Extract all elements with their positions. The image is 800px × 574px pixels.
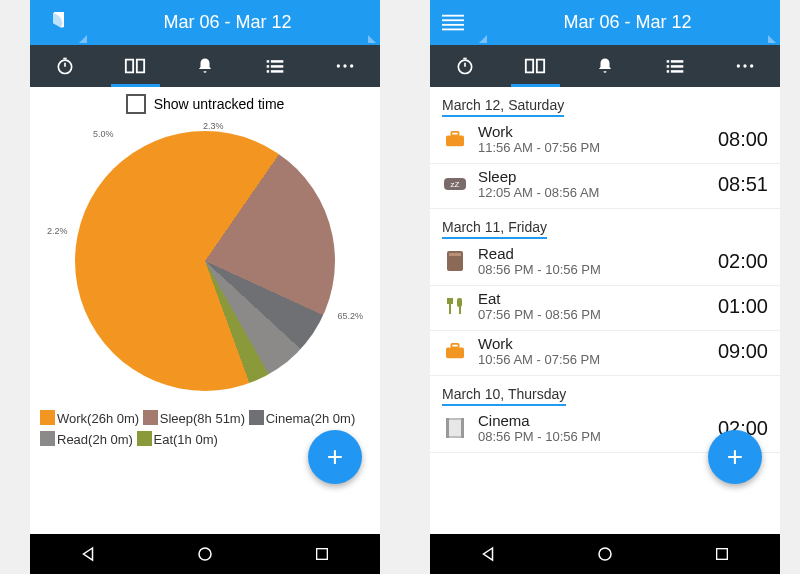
recent-icon[interactable] [312, 544, 332, 564]
svg-rect-45 [446, 418, 449, 438]
entry-title: Work [478, 335, 718, 352]
svg-point-0 [58, 60, 71, 73]
svg-point-11 [350, 64, 353, 67]
tab-more[interactable] [710, 45, 780, 87]
back-icon[interactable] [478, 544, 498, 564]
home-icon[interactable] [195, 544, 215, 564]
svg-rect-4 [271, 60, 284, 63]
back-icon[interactable] [78, 544, 98, 564]
checkbox-icon[interactable] [126, 94, 146, 114]
svg-point-47 [599, 548, 611, 560]
legend-swatch [143, 410, 158, 425]
day-header: March 11, Friday [442, 219, 547, 239]
svg-rect-35 [449, 253, 461, 256]
tab-list[interactable] [240, 45, 310, 87]
legend-label: Work(26h 0m) [57, 411, 139, 426]
menu-icon[interactable] [430, 0, 475, 45]
tab-timer[interactable] [430, 45, 500, 87]
svg-rect-17 [442, 28, 464, 30]
svg-point-27 [737, 64, 740, 67]
pie-tab-icon[interactable] [30, 0, 75, 45]
topbar: Mar 06 - Mar 12 [430, 0, 780, 45]
entry-title: Sleep [478, 168, 718, 185]
sleep-icon: zZ [442, 173, 468, 195]
entry-range: 12:05 AM - 08:56 AM [478, 185, 718, 200]
entry-row[interactable]: Work10:56 AM - 07:56 PM09:00 [430, 331, 780, 376]
svg-rect-6 [271, 65, 284, 68]
svg-rect-48 [716, 549, 727, 560]
svg-rect-14 [442, 14, 464, 16]
entry-range: 08:56 PM - 10:56 PM [478, 429, 718, 444]
tab-alerts[interactable] [570, 45, 640, 87]
legend-swatch [137, 431, 152, 446]
svg-rect-21 [667, 60, 670, 63]
recent-icon[interactable] [712, 544, 732, 564]
next-range-icon[interactable] [368, 35, 376, 43]
svg-rect-22 [671, 60, 684, 63]
next-range-icon[interactable] [768, 35, 776, 43]
tab-list[interactable] [640, 45, 710, 87]
entry-duration: 08:00 [718, 128, 768, 151]
entry-row[interactable]: zZSleep12:05 AM - 08:56 AM08:51 [430, 164, 780, 209]
briefcase-icon [442, 340, 468, 362]
legend-label: Read(2h 0m) [57, 432, 133, 447]
tab-more[interactable] [310, 45, 380, 87]
slice-label-sleep: 2.2% [47, 226, 68, 236]
slice-label-cinema: 5.0% [93, 129, 114, 139]
svg-point-29 [750, 64, 753, 67]
entry-duration: 01:00 [718, 295, 768, 318]
screen-pie: Mar 06 - Mar 12 Show untracked time 65.2… [30, 0, 380, 574]
tabbar [430, 45, 780, 87]
home-icon[interactable] [595, 544, 615, 564]
tab-log[interactable] [100, 45, 170, 87]
day-header: March 10, Thursday [442, 386, 566, 406]
entry-range: 08:56 PM - 10:56 PM [478, 262, 718, 277]
add-fab[interactable]: + [308, 430, 362, 484]
svg-rect-19 [463, 58, 466, 60]
pie-chart: 65.2% 2.2% 5.0% 2.3% [75, 131, 335, 391]
entry-title: Cinema [478, 412, 718, 429]
entry-row[interactable]: Work11:56 AM - 07:56 PM08:00 [430, 119, 780, 164]
entry-row[interactable]: Eat07:56 PM - 08:56 PM01:00 [430, 286, 780, 331]
svg-rect-36 [449, 298, 451, 314]
svg-rect-15 [442, 19, 464, 21]
svg-point-18 [458, 60, 471, 73]
add-fab[interactable]: + [708, 430, 762, 484]
svg-rect-44 [448, 420, 462, 436]
tab-log[interactable] [500, 45, 570, 87]
svg-rect-5 [267, 65, 270, 68]
prev-range-icon[interactable] [479, 35, 487, 43]
svg-rect-38 [451, 298, 453, 304]
date-range: Mar 06 - Mar 12 [163, 12, 291, 33]
legend-swatch [249, 410, 264, 425]
svg-rect-13 [316, 549, 327, 560]
svg-rect-39 [457, 298, 462, 307]
entry-duration: 08:51 [718, 173, 768, 196]
android-navbar [30, 534, 380, 574]
date-range-selector[interactable]: Mar 06 - Mar 12 [75, 0, 380, 45]
untracked-toggle[interactable]: Show untracked time [30, 87, 380, 121]
tab-timer[interactable] [30, 45, 100, 87]
book-icon [442, 250, 468, 272]
date-range-selector[interactable]: Mar 06 - Mar 12 [475, 0, 780, 45]
svg-rect-37 [447, 298, 449, 304]
svg-rect-31 [451, 132, 458, 136]
svg-point-28 [743, 64, 746, 67]
topbar: Mar 06 - Mar 12 [30, 0, 380, 45]
svg-rect-16 [442, 23, 464, 25]
svg-rect-7 [267, 70, 270, 73]
svg-rect-40 [459, 306, 461, 314]
entry-row[interactable]: Read08:56 PM - 10:56 PM02:00 [430, 241, 780, 286]
entry-duration: 02:00 [718, 250, 768, 273]
svg-rect-25 [667, 70, 670, 73]
svg-text:zZ: zZ [451, 180, 460, 189]
prev-range-icon[interactable] [79, 35, 87, 43]
svg-rect-1 [63, 58, 66, 60]
entry-range: 11:56 AM - 07:56 PM [478, 140, 718, 155]
entry-duration: 09:00 [718, 340, 768, 363]
tab-alerts[interactable] [170, 45, 240, 87]
list-content: March 12, SaturdayWork11:56 AM - 07:56 P… [430, 87, 780, 534]
svg-rect-41 [446, 347, 464, 358]
pie-graphic [75, 131, 335, 391]
svg-point-12 [199, 548, 211, 560]
